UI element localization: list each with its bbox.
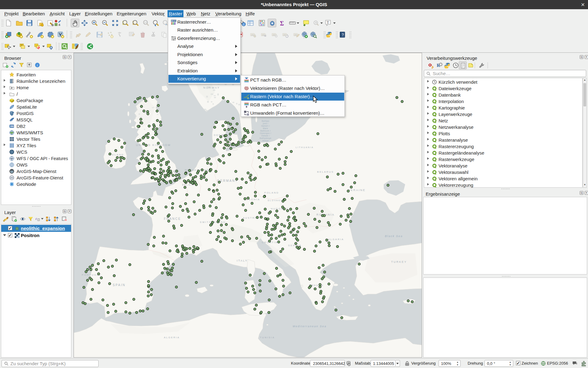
svg-text:ε: ε <box>36 217 37 221</box>
svg-text:POLAND: POLAND <box>264 191 279 194</box>
svg-text:UKRAINE: UKRAINE <box>348 189 366 192</box>
svg-text:jura /: jura / <box>262 122 268 125</box>
svg-text:?: ? <box>342 33 344 37</box>
svg-text:ALGERIA: ALGERIA <box>164 336 180 339</box>
svg-text:Mare: Mare <box>263 127 268 129</box>
svg-text:Mediterranean Sea: Mediterranean Sea <box>293 325 327 328</box>
svg-text:Balticum /: Balticum / <box>260 130 271 132</box>
svg-text:Black Sea: Black Sea <box>385 235 403 238</box>
svg-text:BELARUS: BELARUS <box>317 171 334 173</box>
svg-text:morye: morye <box>262 140 269 142</box>
svg-text:a: a <box>58 23 60 26</box>
svg-text:i: i <box>243 23 244 26</box>
svg-text:CZECHIA: CZECHIA <box>244 198 260 201</box>
svg-text:DB2: DB2 <box>10 125 14 127</box>
svg-text:LITHUANIA: LITHUANIA <box>296 146 314 148</box>
svg-text:abc: abc <box>283 34 287 36</box>
svg-text:Baltiyskoye: Baltiyskoye <box>260 137 271 140</box>
svg-text:UNITED KINGDOM: UNITED KINGDOM <box>136 144 171 147</box>
svg-text:FRANCE: FRANCE <box>164 217 181 220</box>
svg-text:Itameri /: Itameri / <box>261 125 270 127</box>
svg-text:Ostersjon /: Ostersjon / <box>260 132 271 135</box>
svg-text:Σ: Σ <box>280 20 284 27</box>
svg-text:DENMARK: DENMARK <box>214 134 232 136</box>
svg-text:1:1: 1:1 <box>144 21 147 24</box>
svg-text:SPAIN: SPAIN <box>113 283 126 287</box>
svg-text:Baltijas: Baltijas <box>262 120 270 122</box>
svg-text:V: V <box>11 157 13 160</box>
svg-text:HUNGARY: HUNGARY <box>271 207 288 210</box>
svg-text:BULGARIA: BULGARIA <box>326 238 344 241</box>
svg-text:ITALY: ITALY <box>237 259 248 262</box>
svg-text:TURKEY: TURKEY <box>391 260 407 263</box>
svg-text:i: i <box>37 63 38 67</box>
svg-text:NORWAY: NORWAY <box>203 86 220 89</box>
svg-text:T: T <box>327 20 329 25</box>
svg-text:Ostsee /: Ostsee / <box>261 135 270 137</box>
svg-text:TUNISIA: TUNISIA <box>260 336 275 339</box>
